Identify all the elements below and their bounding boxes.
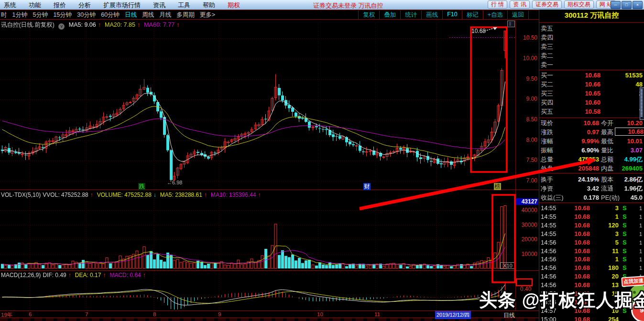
tool-7[interactable]: 返回 xyxy=(507,11,529,20)
divider xyxy=(0,270,539,271)
minimize-button[interactable]: ─ xyxy=(611,1,621,9)
marker-badge[interactable]: 财 xyxy=(363,183,371,190)
scrollbar-thumb[interactable] xyxy=(641,89,643,117)
period-tab-0[interactable]: 时 xyxy=(1,11,7,19)
month-tick: 9 xyxy=(218,311,221,317)
menu-item-4[interactable]: 扩展市场行情 xyxy=(103,1,141,10)
menu-item-1[interactable]: 功能 xyxy=(29,1,41,10)
buy-price: 10.68 xyxy=(568,71,600,80)
txn-count: 1 xyxy=(630,204,642,213)
buy-price: 10.65 xyxy=(568,89,600,98)
txn-price: 10.68 xyxy=(567,315,590,321)
menu-item-0[interactable]: 系统 xyxy=(4,1,16,10)
menu-item-options[interactable]: 期权 xyxy=(228,1,240,10)
marker-badge[interactable]: 榜 xyxy=(494,183,501,190)
divider xyxy=(0,19,539,20)
period-tab-9[interactable]: 多周期 xyxy=(176,11,195,19)
tool-0[interactable]: 复权 xyxy=(358,11,379,20)
stock-title: 300112 万讯自控 xyxy=(539,11,644,20)
chevron-down-icon[interactable]: ∨ xyxy=(58,23,65,30)
trend-arrow-icon: ↑ xyxy=(258,192,261,198)
info-value: 3.42 xyxy=(558,184,599,193)
period-tab-2[interactable]: 5分钟 xyxy=(33,11,48,19)
tool-2[interactable]: 统计 xyxy=(400,11,421,20)
txn-side: S xyxy=(622,255,627,264)
period-tab-10[interactable]: 更多> xyxy=(200,11,215,19)
month-tick: 10 xyxy=(317,311,323,317)
info-label: 总量 xyxy=(541,155,553,164)
divider xyxy=(539,118,644,118)
menu-item-5[interactable]: 资讯 xyxy=(153,1,165,10)
info-label: 现价 xyxy=(541,118,553,128)
tool-6[interactable]: +自选 xyxy=(483,11,507,20)
info-value: 269405 xyxy=(615,164,643,173)
info-label: 今开 xyxy=(601,118,613,128)
indicator-label: DEA: 0.17 xyxy=(75,272,101,278)
speed-up-badge[interactable]: 点我加速 xyxy=(621,276,644,287)
macd-indicator-labels: MACD(12,26,9)DIF: 0.49↑DEA: 0.17↑MACD: 0… xyxy=(1,272,150,278)
info-value: 10.01 xyxy=(615,137,643,146)
close-button[interactable]: × xyxy=(633,1,643,9)
period-tab-5[interactable]: 60分钟 xyxy=(101,11,120,19)
buy-volume: 51535 xyxy=(601,71,643,80)
period-tab-6[interactable]: 日线 xyxy=(125,11,137,19)
tool-4[interactable]: F10 xyxy=(442,11,462,20)
divider xyxy=(539,203,644,203)
annotation-box-macd xyxy=(516,279,532,286)
scrollbar[interactable] xyxy=(640,87,644,120)
buy-row: 买四10.60 xyxy=(539,98,644,107)
indicator-label: MA5: 9.06 xyxy=(69,21,96,28)
tool-buttons: 复权叠加统计画线F10标记+自选返回 xyxy=(358,11,529,20)
txn-time: 15:00 xyxy=(541,315,557,321)
info-row: 现价10.68今开10.20 xyxy=(539,118,644,128)
buy-row: 买一10.6851535 xyxy=(539,71,644,80)
marker-badge[interactable]: 跌 xyxy=(138,183,145,190)
titlebar-button-2[interactable]: 证券交易 xyxy=(532,0,562,9)
trend-arrow-icon: ↑ xyxy=(176,21,179,28)
page-layout-icon[interactable] xyxy=(507,21,515,27)
sell-row: 卖二 xyxy=(539,51,644,60)
buy-row: 买二10.6648 xyxy=(539,80,644,89)
info-value: 1.96亿 xyxy=(615,184,643,193)
txn-count: 1 xyxy=(630,264,642,272)
titlebar-button-0[interactable]: 行 情 xyxy=(488,0,507,9)
info-row: 涨幅9.99%最低10.01 xyxy=(539,137,644,146)
price-tick: 8.00 xyxy=(517,137,537,143)
titlebar-button-1[interactable]: 资 讯 xyxy=(510,0,529,9)
info-row: 振幅6.90%量比3.07 xyxy=(539,146,644,155)
buy-price: 10.60 xyxy=(568,98,600,107)
period-tab-7[interactable]: 周线 xyxy=(142,11,154,19)
buy-volume: 2 xyxy=(601,89,643,98)
txn-time: 14:55 xyxy=(541,221,557,230)
period-tab-4[interactable]: 30分钟 xyxy=(77,11,96,19)
menu-item-6[interactable]: 工具 xyxy=(178,1,190,10)
period-tab-1[interactable]: 1分钟 xyxy=(12,11,28,19)
maximize-button[interactable]: □ xyxy=(622,1,632,9)
titlebar-button-3[interactable]: 期权交易 xyxy=(564,0,594,9)
divider xyxy=(539,70,644,70)
menu-item-3[interactable]: 分析 xyxy=(78,1,91,10)
volume-current-tag: 43127 xyxy=(514,198,538,205)
buy-label: 买一 xyxy=(541,71,553,80)
transaction-row: 14:5510.68120S1 xyxy=(539,221,644,230)
info-label: 净资 xyxy=(541,184,553,193)
info-row: 换手24.19%股本2.86亿 xyxy=(539,175,644,184)
trend-arrow-icon: ↓ xyxy=(153,192,156,198)
sell-label: 卖四 xyxy=(541,33,553,42)
indicator-label: MA20: 7.85 xyxy=(105,21,135,28)
info-value: 3.07 xyxy=(615,146,643,155)
volume-chart-canvas[interactable] xyxy=(0,191,515,270)
menu-item-7[interactable]: 帮助 xyxy=(203,1,215,10)
tool-5[interactable]: 标记 xyxy=(462,11,483,20)
period-tab-8[interactable]: 月线 xyxy=(159,11,171,19)
tool-3[interactable]: 画线 xyxy=(421,11,442,20)
high-price-annotation: 10.68 xyxy=(471,28,486,34)
trend-arrow-icon: ↑ xyxy=(98,21,101,28)
watermark-text: 头条 @打板狂人掘金 xyxy=(479,288,644,312)
info-value: 6.90% xyxy=(558,146,599,155)
menu-item-2[interactable]: 报价 xyxy=(54,1,66,10)
price-chart-canvas[interactable] xyxy=(0,20,515,190)
period-tab-3[interactable]: 15分钟 xyxy=(53,11,72,19)
txn-price: 10.68 xyxy=(567,221,590,230)
tool-1[interactable]: 叠加 xyxy=(379,11,400,20)
